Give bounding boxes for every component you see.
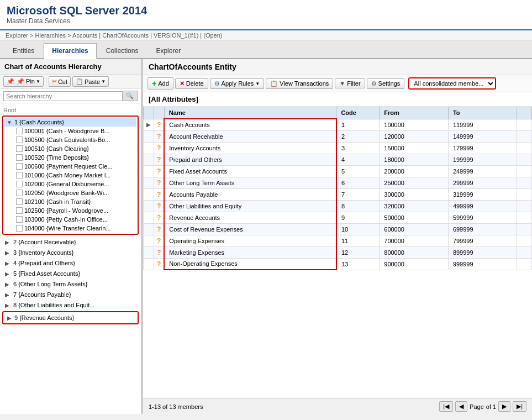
first-page-button[interactable]: |◀	[439, 401, 453, 412]
tree-item-group2[interactable]: ▶ 2 {Account Receivable}	[2, 237, 139, 247]
tree-child-item[interactable]: 100520 {Time Deposits}	[14, 153, 136, 162]
checkbox-1[interactable]	[16, 128, 23, 134]
expand-icon-3[interactable]: ▶	[5, 250, 12, 256]
pin-button[interactable]: 📌 📌 Pin ▼	[3, 76, 44, 87]
tree-child-item[interactable]: 103000 {Petty Cash-In Office...	[14, 215, 136, 224]
table-row[interactable]: ? Fixed Asset Accounts 5 200000 249999	[144, 165, 532, 177]
row-code-cell: 1	[336, 119, 380, 130]
last-page-button[interactable]: ▶|	[513, 401, 526, 412]
row-to-cell: 199999	[448, 154, 517, 165]
checkbox-8[interactable]	[16, 190, 23, 196]
tree-child-item[interactable]: 101000 {Cash Money Market l...	[14, 171, 136, 180]
row-expand-cell[interactable]	[144, 177, 154, 188]
tree-item-group5[interactable]: ▶ 5 {Fixed Asset Accounts}	[2, 269, 139, 279]
add-button[interactable]: + Add	[148, 77, 173, 90]
row-expand-cell[interactable]	[144, 130, 154, 142]
row-expand-cell[interactable]: ▶	[144, 119, 154, 130]
expand-icon-7[interactable]: ▶	[5, 292, 12, 298]
table-row[interactable]: ? Revenue Accounts 9 500000 599999	[144, 212, 532, 223]
tree-item-group3[interactable]: ▶ 3 {Inventory Accounts}	[2, 248, 139, 258]
next-page-button[interactable]: ▶	[498, 401, 510, 412]
tree-child-item[interactable]: 102500 {Payroll - Woodgrove...	[14, 206, 136, 215]
row-expand-cell[interactable]	[144, 200, 154, 212]
row-to-cell: 999999	[448, 258, 517, 270]
table-row[interactable]: ? Accounts Payable 7 300000 319999	[144, 188, 532, 200]
expand-icon-9[interactable]: ▶	[6, 315, 13, 321]
paste-button[interactable]: 📋 Paste ▼	[72, 76, 109, 87]
expand-icon-5[interactable]: ▶	[5, 271, 12, 277]
checkbox-7[interactable]	[16, 181, 23, 187]
col-to[interactable]: To	[448, 107, 517, 119]
tree-child-item[interactable]: 100510 {Cash Clearing}	[14, 144, 136, 153]
tab-collections[interactable]: Collections	[98, 43, 147, 58]
member-dropdown[interactable]: All consolidated membe... Leaf members C…	[409, 78, 495, 88]
row-expand-cell[interactable]	[144, 212, 154, 223]
checkbox-2[interactable]	[16, 136, 23, 143]
table-row[interactable]: ? Inventory Accounts 3 150000 179999	[144, 142, 532, 154]
row-code-cell: 7	[336, 188, 380, 200]
table-row[interactable]: ? Marketing Expenses 12 800000 899999	[144, 246, 532, 258]
tree-child-item[interactable]: 102100 {Cash in Transit}	[14, 197, 136, 206]
search-input[interactable]	[3, 91, 123, 101]
tree-item-group8[interactable]: ▶ 8 {Other Liabilities and Equit...	[2, 300, 139, 310]
tree-child-item[interactable]: 102050 {Woodgrove Bank-Wi...	[14, 188, 136, 197]
tree-child-item[interactable]: 100600 {Payment Request Cle...	[14, 162, 136, 171]
expand-icon-6[interactable]: ▶	[5, 281, 12, 287]
checkbox-5[interactable]	[16, 163, 23, 170]
checkbox-11[interactable]	[16, 216, 23, 223]
expand-icon-1[interactable]: ▼	[6, 119, 13, 125]
checkbox-10[interactable]	[16, 207, 23, 214]
tree-child-item[interactable]: 104000 {Wire Transfer Clearin...	[14, 224, 136, 233]
checkbox-3[interactable]	[16, 145, 23, 152]
row-extra-cell	[517, 188, 532, 200]
tree-item-group9[interactable]: ▶ 9 {Revenue Accounts}	[4, 313, 136, 322]
expand-icon-2[interactable]: ▶	[5, 239, 12, 245]
row-expand-cell[interactable]	[144, 223, 154, 235]
view-transactions-button[interactable]: 📋 View Transactions	[266, 78, 333, 89]
checkbox-12[interactable]	[16, 225, 23, 232]
col-code[interactable]: Code	[336, 107, 380, 119]
col-name[interactable]: Name	[164, 107, 336, 119]
checkbox-4[interactable]	[16, 154, 23, 161]
tree-child-item[interactable]: 102000 {General Disburseme...	[14, 180, 136, 188]
checkbox-6[interactable]	[16, 172, 23, 179]
col-from[interactable]: From	[380, 107, 449, 119]
tree-item-group4[interactable]: ▶ 4 {Prepaid and Others}	[2, 258, 139, 268]
cut-button[interactable]: ✂ Cut	[49, 76, 71, 87]
prev-page-button[interactable]: ◀	[455, 401, 467, 412]
checkbox-9[interactable]	[16, 198, 23, 205]
expand-icon-8[interactable]: ▶	[5, 302, 12, 308]
row-expand-cell[interactable]	[144, 258, 154, 270]
row-name-cell: Other Long Term Assets	[164, 177, 336, 188]
tree-item-group1[interactable]: ▼ 1 {Cash Accounts}	[4, 118, 136, 127]
table-row[interactable]: ? Account Receivable 2 120000 149999	[144, 130, 532, 142]
row-expand-cell[interactable]	[144, 246, 154, 258]
table-row[interactable]: ? Other Liabilities and Equity 8 320000 …	[144, 200, 532, 212]
tab-hierarchies[interactable]: Hierarchies	[44, 43, 96, 59]
table-row[interactable]: ? Cost of Revenue Expenses 10 600000 699…	[144, 223, 532, 235]
row-expand-cell[interactable]	[144, 188, 154, 200]
paste-arrow-icon: ▼	[101, 79, 106, 84]
delete-button[interactable]: ✕ Delete	[175, 78, 208, 89]
tree-item-group7[interactable]: ▶ 7 {Accounts Payable}	[2, 290, 139, 300]
row-expand-cell[interactable]	[144, 142, 154, 154]
table-row[interactable]: ▶ ? Cash Accounts 1 100000 119999	[144, 119, 532, 130]
tab-entities[interactable]: Entities	[4, 43, 43, 58]
table-container[interactable]: Name Code From To ▶ ? Cash Accounts 1 10…	[143, 107, 532, 398]
settings-button[interactable]: ⚙ Settings	[367, 78, 405, 89]
table-row[interactable]: ? Non-Operating Expenses 13 900000 99999…	[144, 258, 532, 270]
tree-item-group6[interactable]: ▶ 6 {Other Long Term Assets}	[2, 279, 139, 289]
table-row[interactable]: ? Prepaid and Others 4 180000 199999	[144, 154, 532, 165]
row-expand-cell[interactable]	[144, 154, 154, 165]
tab-explorer[interactable]: Explorer	[148, 43, 189, 58]
search-button[interactable]: 🔍	[123, 91, 138, 101]
expand-icon-4[interactable]: ▶	[5, 260, 12, 266]
tree-child-item[interactable]: 100500 {Cash Equivalents-Bo...	[14, 135, 136, 144]
tree-child-item[interactable]: 100001 {Cash - Woodgrove B...	[14, 127, 136, 135]
table-row[interactable]: ? Operating Expenses 11 700000 799999	[144, 235, 532, 246]
apply-rules-button[interactable]: ⚙ Apply Rules ▼	[210, 78, 265, 89]
row-expand-cell[interactable]	[144, 165, 154, 177]
table-row[interactable]: ? Other Long Term Assets 6 250000 299999	[144, 177, 532, 188]
filter-button[interactable]: ▼ Filter	[335, 78, 365, 88]
row-expand-cell[interactable]	[144, 235, 154, 246]
